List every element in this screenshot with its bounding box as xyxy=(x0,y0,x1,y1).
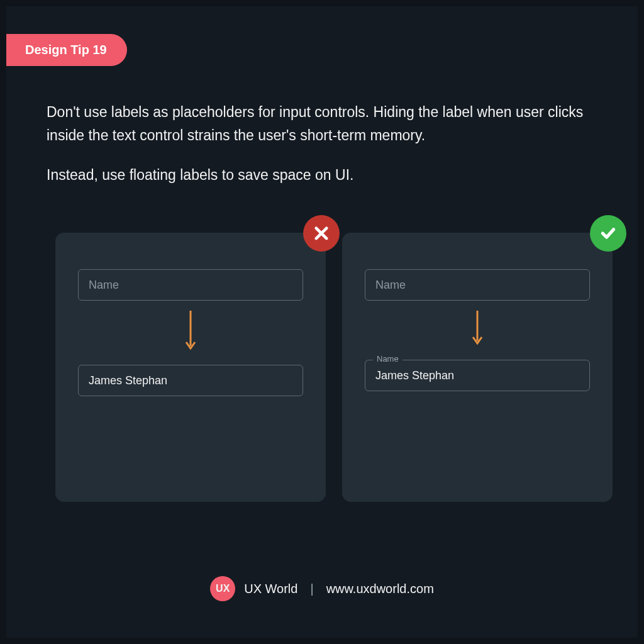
good-example-panel: Name Name James Stephan xyxy=(342,233,613,502)
tip-paragraph-1: Don't use labels as placeholders for inp… xyxy=(47,101,597,147)
good-input-before[interactable]: Name xyxy=(365,269,590,301)
tip-paragraph-2: Instead, use floating labels to save spa… xyxy=(47,164,597,187)
brand-url: www.uxdworld.com xyxy=(326,582,434,596)
tip-number-label: Design Tip 19 xyxy=(25,43,107,57)
check-icon xyxy=(590,215,626,252)
cross-icon xyxy=(303,215,340,252)
tip-number-badge: Design Tip 19 xyxy=(6,34,127,66)
good-input-value: James Stephan xyxy=(375,369,454,382)
example-panels: Name James Stephan Name xyxy=(55,233,613,502)
bad-example-panel: Name James Stephan xyxy=(55,233,326,502)
good-input-placeholder: Name xyxy=(375,279,406,292)
bad-input-after[interactable]: James Stephan xyxy=(78,365,303,396)
card-frame: Design Tip 19 Don't use labels as placeh… xyxy=(6,6,638,638)
good-input-after[interactable]: Name James Stephan xyxy=(365,360,590,391)
bad-input-placeholder: Name xyxy=(89,279,119,292)
brand-logo-icon: UX xyxy=(210,576,235,601)
arrow-down-icon xyxy=(365,309,590,348)
footer: UX UX World | www.uxdworld.com xyxy=(6,576,638,601)
tip-description: Don't use labels as placeholders for inp… xyxy=(47,101,597,203)
bad-input-value: James Stephan xyxy=(89,374,167,387)
bad-input-before[interactable]: Name xyxy=(78,269,303,301)
floating-label: Name xyxy=(373,354,402,364)
brand-name: UX World xyxy=(244,582,297,596)
arrow-down-icon xyxy=(78,309,303,353)
footer-separator: | xyxy=(310,582,313,596)
brand-logo-text: UX xyxy=(216,583,230,594)
